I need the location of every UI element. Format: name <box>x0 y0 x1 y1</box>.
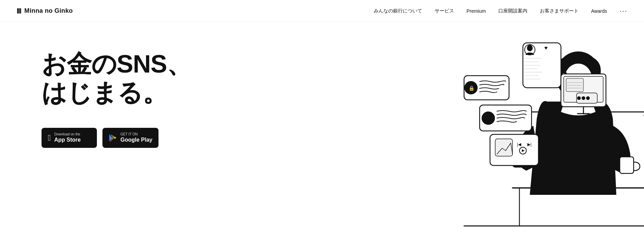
nav-awards[interactable]: Awards <box>591 8 607 14</box>
svg-point-44 <box>582 97 585 99</box>
app-store-sub: Download on the <box>54 132 81 136</box>
nav-support[interactable]: お客さまサポート <box>540 8 579 14</box>
headline-line1: お金のSNS、 <box>42 50 191 78</box>
logo-icon: III <box>17 7 21 16</box>
svg-point-29 <box>482 112 495 124</box>
svg-rect-38 <box>566 78 583 92</box>
google-play-main: Google Play <box>120 136 152 143</box>
svg-text:|◀: |◀ <box>517 142 521 147</box>
nav-more[interactable]: ··· <box>619 7 627 15</box>
app-store-text: Download on the App Store <box>54 132 81 143</box>
google-play-sub: GET IT ON <box>120 132 152 136</box>
main-nav: みんなの銀行について サービス Premium 口座開設案内 お客さまサポート … <box>374 7 627 15</box>
google-play-icon <box>109 134 117 142</box>
svg-point-45 <box>587 97 589 99</box>
nav-premium[interactable]: Premium <box>466 8 486 14</box>
apple-icon:  <box>48 133 51 143</box>
hero-left: お金のSNS、 はじまる。  Download on the App Stor… <box>0 22 215 148</box>
hero-illustration: ♥ 🔒 |◀ <box>229 22 644 247</box>
nav-services[interactable]: サービス <box>435 8 454 14</box>
header: III Minna no Ginko みんなの銀行について サービス Premi… <box>0 0 644 22</box>
google-play-button[interactable]: GET IT ON Google Play <box>102 128 158 148</box>
headline-line2: はじまる。 <box>42 79 167 106</box>
google-play-text: GET IT ON Google Play <box>120 132 152 143</box>
logo-text: Minna no Ginko <box>24 7 73 15</box>
nav-account[interactable]: 口座開設案内 <box>498 8 527 14</box>
nav-about[interactable]: みんなの銀行について <box>374 8 422 14</box>
svg-rect-31 <box>495 139 513 156</box>
hero-section: お金のSNS、 はじまる。  Download on the App Stor… <box>0 22 644 247</box>
svg-text:▶|: ▶| <box>527 142 532 147</box>
svg-point-16 <box>527 45 532 51</box>
hero-headline: お金のSNS、 はじまる。 <box>42 50 215 107</box>
app-buttons:  Download on the App Store GET IT ON Go… <box>42 128 215 148</box>
svg-text:🔒: 🔒 <box>469 85 475 91</box>
svg-rect-13 <box>620 157 634 173</box>
svg-text:♥: ♥ <box>544 45 548 51</box>
logo[interactable]: III Minna no Ginko <box>17 7 73 16</box>
app-store-button[interactable]:  Download on the App Store <box>42 128 97 148</box>
app-store-main: App Store <box>54 136 81 143</box>
svg-point-43 <box>578 97 580 99</box>
